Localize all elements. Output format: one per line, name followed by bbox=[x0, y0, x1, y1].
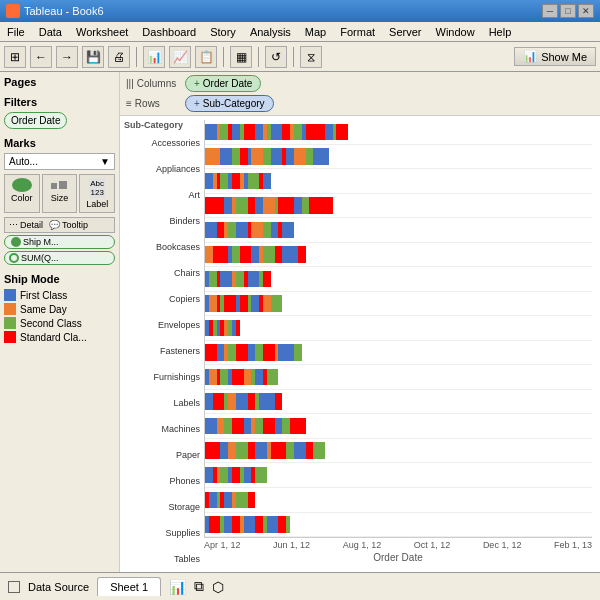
row-chairs bbox=[205, 243, 592, 268]
marks-type-dropdown[interactable]: Auto... ▼ bbox=[4, 153, 115, 170]
toolbar-refresh[interactable]: ↺ bbox=[265, 46, 287, 68]
y-axis-header: Sub-Category bbox=[124, 120, 204, 134]
pages-title: Pages bbox=[4, 76, 115, 88]
menu-window[interactable]: Window bbox=[433, 25, 478, 39]
menu-data[interactable]: Data bbox=[36, 25, 65, 39]
new-sheet-icon[interactable]: 📊 bbox=[169, 579, 186, 595]
app-icon bbox=[6, 4, 20, 18]
separator-1 bbox=[136, 47, 137, 67]
toolbar-print[interactable]: 🖨 bbox=[108, 46, 130, 68]
sum-qty-label: SUM(Q... bbox=[21, 253, 59, 263]
data-source-label[interactable]: Data Source bbox=[28, 581, 89, 593]
menu-dashboard[interactable]: Dashboard bbox=[139, 25, 199, 39]
color-label: Color bbox=[11, 193, 33, 203]
legend-same-day: Same Day bbox=[4, 303, 115, 315]
size-icon bbox=[49, 178, 69, 192]
x-axis: Apr 1, 12 Jun 1, 12 Aug 1, 12 Oct 1, 12 … bbox=[204, 538, 592, 568]
toolbar-save[interactable]: 💾 bbox=[82, 46, 104, 68]
maximize-button[interactable]: □ bbox=[560, 4, 576, 18]
toolbar-grid[interactable]: ⊞ bbox=[4, 46, 26, 68]
sheet1-label: Sheet 1 bbox=[110, 581, 148, 593]
toolbar-chart1[interactable]: 📊 bbox=[143, 46, 165, 68]
menu-file[interactable]: File bbox=[4, 25, 28, 39]
chart-plot[interactable] bbox=[204, 120, 592, 538]
separator-3 bbox=[258, 47, 259, 67]
data-source-checkbox[interactable] bbox=[8, 581, 20, 593]
show-me-label: Show Me bbox=[541, 51, 587, 63]
status-bar: Data Source Sheet 1 📊 ⧉ ⬡ bbox=[0, 572, 600, 600]
legend-first-class-label: First Class bbox=[20, 290, 67, 301]
menu-map[interactable]: Map bbox=[302, 25, 329, 39]
chart-container: Sub-Category Accessories Appliances Art … bbox=[120, 116, 600, 572]
menu-worksheet[interactable]: Worksheet bbox=[73, 25, 131, 39]
close-button[interactable]: ✕ bbox=[578, 4, 594, 18]
toolbar-forward[interactable]: → bbox=[56, 46, 78, 68]
columns-pill[interactable]: + Order Date bbox=[185, 75, 261, 92]
detail-row[interactable]: ⋯ Detail 💬 Tooltip bbox=[4, 217, 115, 233]
legend-swatch-blue bbox=[4, 289, 16, 301]
size-button[interactable]: Size bbox=[42, 174, 78, 213]
toolbar-filter[interactable]: ⧖ bbox=[300, 46, 322, 68]
menu-story[interactable]: Story bbox=[207, 25, 239, 39]
chart-main: Apr 1, 12 Jun 1, 12 Aug 1, 12 Oct 1, 12 … bbox=[204, 120, 592, 568]
columns-text: Columns bbox=[137, 78, 176, 89]
y-label-art: Art bbox=[124, 186, 204, 204]
size-label: Size bbox=[51, 193, 69, 203]
minimize-button[interactable]: ─ bbox=[542, 4, 558, 18]
order-date-filter[interactable]: Order Date bbox=[4, 112, 67, 129]
label-button[interactable]: Abc123 Label bbox=[79, 174, 115, 213]
toolbar-back[interactable]: ← bbox=[30, 46, 52, 68]
marks-section: Marks Auto... ▼ Color Size bbox=[4, 137, 115, 265]
rows-pill[interactable]: + Sub-Category bbox=[185, 95, 274, 112]
toolbar-bars[interactable]: ▦ bbox=[230, 46, 252, 68]
toolbar-chart2[interactable]: 📈 bbox=[169, 46, 191, 68]
y-label-tables: Tables bbox=[124, 550, 204, 568]
menu-format[interactable]: Format bbox=[337, 25, 378, 39]
row-phones bbox=[205, 439, 592, 464]
legend-standard: Standard Cla... bbox=[4, 331, 115, 343]
duplicate-sheet-icon[interactable]: ⧉ bbox=[194, 578, 204, 595]
ship-mode-pill[interactable]: Ship M... bbox=[4, 235, 115, 249]
color-button[interactable]: Color bbox=[4, 174, 40, 213]
toolbar-chart3[interactable]: 📋 bbox=[195, 46, 217, 68]
new-dashboard-icon[interactable]: ⬡ bbox=[212, 579, 224, 595]
window-controls[interactable]: ─ □ ✕ bbox=[542, 4, 594, 18]
rows-text: Rows bbox=[135, 98, 160, 109]
menu-bar: File Data Worksheet Dashboard Story Anal… bbox=[0, 22, 600, 42]
x-axis-title: Order Date bbox=[204, 552, 592, 563]
row-fasteners bbox=[205, 316, 592, 341]
marks-type-label: Auto... bbox=[9, 156, 38, 167]
row-labels bbox=[205, 365, 592, 390]
y-axis-labels: Accessories Appliances Art Binders Bookc… bbox=[124, 134, 204, 568]
y-label-machines: Machines bbox=[124, 420, 204, 438]
marks-title: Marks bbox=[4, 137, 115, 149]
rows-label: ≡ Rows bbox=[126, 98, 181, 109]
y-label-binders: Binders bbox=[124, 212, 204, 230]
right-content: ||| Columns + Order Date ≡ Rows + Sub-Ca… bbox=[120, 72, 600, 572]
chart-rows bbox=[205, 120, 592, 537]
legend-standard-label: Standard Cla... bbox=[20, 332, 87, 343]
tooltip-icon: 💬 bbox=[49, 220, 60, 230]
columns-shelf-row: ||| Columns + Order Date bbox=[126, 75, 594, 92]
show-me-button[interactable]: 📊 Show Me bbox=[514, 47, 596, 66]
rows-pill-label: Sub-Category bbox=[203, 98, 265, 109]
row-storage bbox=[205, 463, 592, 488]
row-bookcases bbox=[205, 218, 592, 243]
marks-type-arrow: ▼ bbox=[100, 156, 110, 167]
y-label-storage: Storage bbox=[124, 498, 204, 516]
separator-2 bbox=[223, 47, 224, 67]
menu-server[interactable]: Server bbox=[386, 25, 424, 39]
menu-analysis[interactable]: Analysis bbox=[247, 25, 294, 39]
ship-mode-color-icon bbox=[11, 237, 21, 247]
menu-help[interactable]: Help bbox=[486, 25, 515, 39]
y-label-paper: Paper bbox=[124, 446, 204, 464]
rows-shelf-row: ≡ Rows + Sub-Category bbox=[126, 95, 594, 112]
left-panel: Pages Filters Order Date Marks Auto... ▼… bbox=[0, 72, 120, 572]
sheet1-tab[interactable]: Sheet 1 bbox=[97, 577, 161, 596]
chart-inner: Sub-Category Accessories Appliances Art … bbox=[124, 120, 592, 568]
row-machines bbox=[205, 390, 592, 415]
ship-mode-title: Ship Mode bbox=[4, 273, 115, 285]
label-icon: Abc123 bbox=[89, 178, 105, 198]
detail-icon: ⋯ bbox=[9, 220, 18, 230]
sum-qty-pill[interactable]: SUM(Q... bbox=[4, 251, 115, 265]
